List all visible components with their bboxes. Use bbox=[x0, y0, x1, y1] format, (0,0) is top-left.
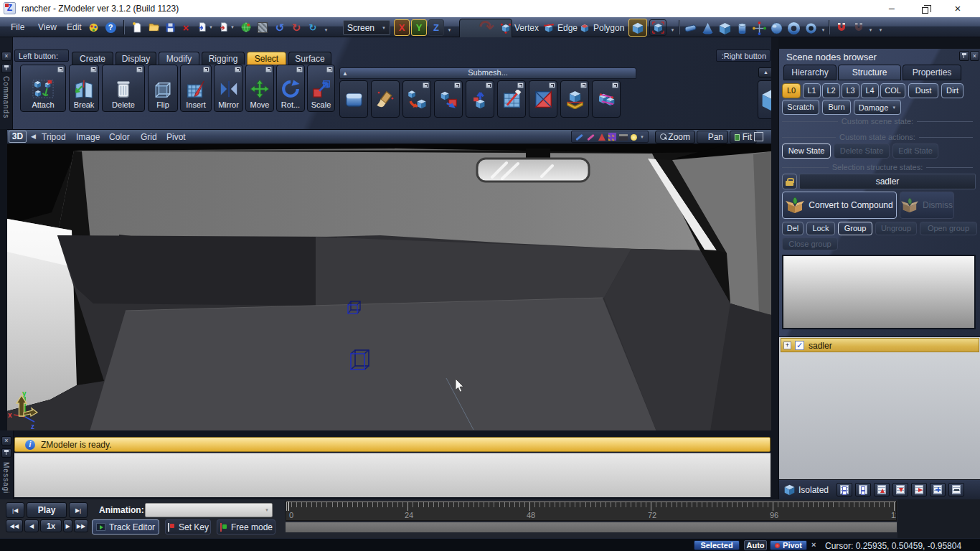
level-l2-button[interactable]: L2 bbox=[822, 83, 840, 98]
scratch-button[interactable]: Scratch bbox=[782, 100, 819, 115]
level-col-button[interactable]: COL bbox=[880, 83, 905, 98]
messages-close-button[interactable]: × bbox=[1, 436, 11, 446]
settings-button[interactable] bbox=[86, 19, 100, 35]
scene-tree-list[interactable]: + ✓ sadler bbox=[779, 336, 980, 479]
submesh-brush-button[interactable] bbox=[371, 80, 400, 118]
track-editor-button[interactable]: Track Editor bbox=[92, 519, 159, 534]
viewport-menu-grid[interactable]: Grid bbox=[141, 132, 157, 142]
delete-button[interactable]: × bbox=[179, 19, 193, 35]
submesh-cut-button[interactable] bbox=[497, 80, 526, 118]
viewport-menu-color[interactable]: Color bbox=[109, 132, 130, 142]
tool-move-button[interactable]: Move bbox=[245, 65, 274, 112]
detach-panel-icon[interactable] bbox=[486, 83, 492, 88]
minimize-button[interactable]: – bbox=[877, 0, 907, 17]
undo-button[interactable]: ↺ bbox=[273, 19, 287, 35]
axis-z-button[interactable]: Z bbox=[428, 19, 444, 36]
damage-dropdown-button[interactable]: Damage ▼ bbox=[854, 100, 901, 115]
zoom-button[interactable]: Zoom bbox=[655, 131, 695, 143]
snap-button[interactable] bbox=[833, 20, 849, 36]
edit-state-button[interactable]: Edit State bbox=[892, 143, 938, 159]
selection-mode-button[interactable] bbox=[649, 19, 666, 36]
detach-panel-icon[interactable] bbox=[454, 83, 461, 88]
commands-close-button[interactable]: × bbox=[1, 52, 11, 61]
refresh-button[interactable]: ↻ bbox=[306, 19, 320, 35]
collapse-up-icon[interactable]: ▲ bbox=[342, 70, 348, 77]
step-back-button[interactable]: ◀ bbox=[24, 519, 39, 532]
viewport-menu-image[interactable]: Image bbox=[76, 132, 100, 142]
tool-scale-button[interactable]: Scale bbox=[307, 65, 335, 112]
new-state-button[interactable]: New State bbox=[782, 143, 831, 159]
axis-x-button[interactable]: X bbox=[394, 19, 410, 36]
skip-to-start-button[interactable]: |◀ bbox=[6, 502, 24, 518]
light-bulb-icon[interactable] bbox=[631, 134, 637, 141]
submesh-triangulate-button[interactable] bbox=[529, 80, 557, 118]
view-type-button[interactable]: 3D bbox=[9, 131, 27, 143]
animation-dropdown[interactable]: ▼ bbox=[145, 503, 273, 517]
tab-create[interactable]: Create bbox=[72, 52, 113, 65]
scene-browser-close-button[interactable]: × bbox=[970, 51, 979, 61]
viewport-menu-pivot[interactable]: Pivot bbox=[166, 132, 186, 142]
dismiss-button[interactable]: Dismiss bbox=[900, 192, 954, 219]
create-sphere-button[interactable] bbox=[768, 20, 785, 36]
tab-structure[interactable]: Structure bbox=[838, 65, 901, 80]
axis-overflow-button[interactable]: ▼ bbox=[446, 26, 453, 34]
axis-y-button[interactable]: Y bbox=[411, 19, 427, 36]
detach-panel-icon[interactable] bbox=[265, 67, 272, 72]
submesh-move-part-button[interactable] bbox=[434, 80, 463, 118]
current-frame-marker[interactable] bbox=[288, 501, 289, 511]
set-key-button[interactable]: Set Key bbox=[165, 519, 211, 534]
detach-panel-icon[interactable] bbox=[57, 67, 64, 72]
create-cylinder-button[interactable] bbox=[734, 20, 750, 36]
vertex-mode-button[interactable]: Vertex bbox=[498, 20, 541, 36]
close-group-button[interactable]: Close group bbox=[782, 237, 838, 250]
auto-mode-button[interactable]: Auto bbox=[744, 540, 767, 550]
tab-hierarchy[interactable]: Hierarchy bbox=[783, 65, 837, 80]
detach-panel-icon[interactable] bbox=[580, 83, 587, 88]
create-torus-button[interactable] bbox=[786, 20, 802, 36]
tool-mirror-button[interactable]: Mirror bbox=[214, 65, 243, 112]
save-button[interactable] bbox=[162, 19, 178, 35]
free-mode-button[interactable]: Free mode bbox=[217, 519, 275, 534]
submesh-header[interactable]: ▲ Submesh... bbox=[339, 67, 636, 79]
selected-mode-button[interactable]: Selected bbox=[694, 540, 740, 550]
tab-modify[interactable]: Modify bbox=[159, 52, 199, 65]
tree-row-sadler[interactable]: + ✓ sadler bbox=[781, 338, 979, 352]
level-l4-button[interactable]: L4 bbox=[861, 83, 879, 98]
detach-panel-icon[interactable] bbox=[326, 67, 333, 72]
status-clear-button[interactable]: × bbox=[811, 540, 816, 549]
create-cube-button[interactable] bbox=[717, 20, 733, 36]
snap-dropdown-button[interactable]: ▼ bbox=[867, 26, 875, 34]
render-clapper-icon[interactable] bbox=[619, 134, 628, 141]
export-button[interactable]: ▼ bbox=[217, 19, 237, 35]
timeline-ruler[interactable]: 0 24 48 72 96 12 bbox=[286, 501, 897, 521]
play-button[interactable]: Play bbox=[27, 502, 67, 518]
list-add-button[interactable] bbox=[930, 483, 946, 496]
detach-panel-icon[interactable] bbox=[90, 67, 97, 72]
level-l3-button[interactable]: L3 bbox=[842, 83, 859, 98]
draw-pink-pencil-icon[interactable] bbox=[587, 133, 595, 141]
playback-speed-button[interactable]: 1x bbox=[40, 519, 62, 532]
detach-panel-icon[interactable] bbox=[423, 83, 429, 88]
detach-panel-icon[interactable] bbox=[296, 67, 303, 72]
close-button[interactable]: × bbox=[943, 0, 973, 17]
detach-panel-icon[interactable] bbox=[203, 67, 209, 72]
detach-panel-icon[interactable] bbox=[549, 83, 555, 88]
tree-checkbox[interactable]: ✓ bbox=[795, 341, 804, 350]
pan-button[interactable]: Pan bbox=[697, 131, 728, 143]
scene-browser-pin-button[interactable] bbox=[959, 51, 969, 61]
timeline-track[interactable] bbox=[286, 522, 897, 532]
tool-flip-button[interactable]: Flip bbox=[148, 65, 178, 112]
polygon-mode-button[interactable]: Polygon bbox=[577, 20, 626, 36]
material-editor-button[interactable] bbox=[255, 19, 270, 35]
viewport-canvas[interactable]: y x z bbox=[7, 144, 771, 431]
open-group-button[interactable]: Open group bbox=[920, 222, 977, 235]
status-message-bar[interactable]: i ZModeler is ready. bbox=[14, 437, 771, 452]
rewind-button[interactable]: ◀◀ bbox=[6, 519, 23, 532]
tab-surface[interactable]: Surface bbox=[288, 52, 331, 65]
create-tube-button[interactable] bbox=[803, 20, 819, 36]
commands-pin-button[interactable] bbox=[1, 64, 11, 73]
convert-to-compound-button[interactable]: Convert to Compound bbox=[782, 192, 897, 219]
texture-checker-icon[interactable] bbox=[608, 133, 616, 141]
menu-edit[interactable]: Edit bbox=[63, 21, 85, 34]
del-button[interactable]: Del bbox=[782, 222, 804, 235]
